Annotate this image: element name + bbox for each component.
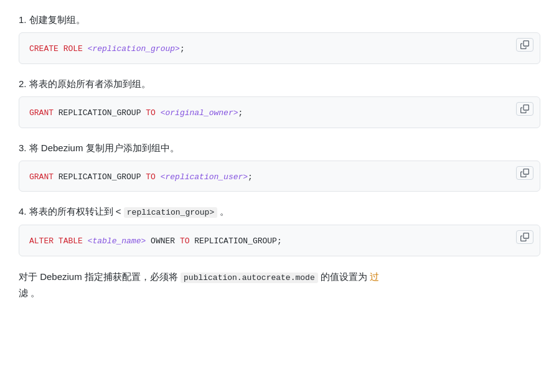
footer-text: 对于 Debezium 指定捕获配置，必须将 publication.autoc…: [19, 269, 540, 301]
copy-icon-1: [520, 40, 529, 49]
keyword-create: CREATE: [29, 44, 59, 54]
space-4b: [83, 236, 88, 246]
step-3-code-block: GRANT REPLICATION_GROUP TO <replication_…: [19, 161, 540, 192]
keyword-to-3: TO: [146, 172, 156, 182]
keyword-grant-2: GRANT: [29, 108, 54, 118]
step-4-code-block: ALTER TABLE <table_name> OWNER TO REPLIC…: [19, 225, 540, 256]
step-1-text: 创建复制组。: [29, 14, 85, 25]
var-original-owner: <original_owner>: [161, 108, 238, 118]
step-2-code: GRANT REPLICATION_GROUP TO <original_own…: [29, 108, 243, 118]
footer-suffix: 滤 。: [19, 287, 40, 298]
step-4-text-suffix: 。: [217, 206, 229, 217]
space-3b: [156, 172, 161, 182]
var-table-name: <table_name>: [88, 236, 146, 246]
space: [59, 44, 63, 54]
step-4: 4. 将表的所有权转让到 < replication_group> 。 ALTE…: [19, 204, 540, 256]
step-2-text: 将表的原始所有者添加到组。: [29, 78, 151, 89]
var-replication-group: <replication_group>: [88, 44, 180, 54]
step-2-code-block: GRANT REPLICATION_GROUP TO <original_own…: [19, 96, 540, 128]
copy-icon-4: [520, 233, 529, 241]
step-3-number: 3.: [19, 142, 29, 153]
step-4-code: ALTER TABLE <table_name> OWNER TO REPLIC…: [29, 236, 282, 246]
step-4-text-prefix: 将表的所有权转让到 <: [29, 206, 124, 217]
keyword-role: ROLE: [63, 44, 83, 54]
step-4-label: 4. 将表的所有权转让到 < replication_group> 。: [19, 204, 540, 220]
copy-button-1[interactable]: [516, 38, 533, 52]
step-3: 3. 将 Debezium 复制用户添加到组中。 GRANT REPLICATI…: [19, 141, 540, 192]
keyword-grant-3: GRANT: [29, 172, 54, 182]
copy-button-4[interactable]: [516, 230, 533, 244]
step-2-label: 2. 将表的原始所有者添加到组。: [19, 77, 540, 91]
footer-inline-code: publication.autocreate.mode: [181, 273, 318, 283]
keyword-to-2: TO: [146, 108, 156, 118]
semicolon: ;: [180, 44, 185, 54]
space2: [83, 44, 88, 54]
footer-orange: 过: [370, 271, 379, 282]
copy-icon-3: [520, 169, 529, 177]
space-4c: OWNER: [146, 236, 180, 246]
footer-prefix: 对于 Debezium 指定捕获配置，必须将: [19, 271, 181, 282]
step-3-code: GRANT REPLICATION_GROUP TO <replication_…: [29, 172, 253, 182]
keyword-table: TABLE: [59, 236, 83, 246]
space-3a: REPLICATION_GROUP: [54, 172, 146, 182]
copy-button-3[interactable]: [516, 166, 533, 180]
step-1-label: 1. 创建复制组。: [19, 12, 540, 27]
footer-middle: 的值设置为: [318, 271, 370, 282]
copy-button-2[interactable]: [516, 102, 533, 116]
step-2-number: 2.: [19, 78, 29, 89]
step-4-inline-code: replication_group>: [124, 207, 217, 218]
step-1-number: 1.: [19, 14, 29, 25]
space-4a: [54, 236, 59, 246]
semi-2: ;: [238, 108, 243, 118]
semi-3: ;: [248, 172, 253, 182]
step-1-code-block: CREATE ROLE <replication_group>;: [19, 32, 540, 64]
step-1: 1. 创建复制组。 CREATE ROLE <replication_group…: [19, 12, 540, 64]
space-4d: REPLICATION_GROUP;: [190, 236, 282, 246]
var-replication-user: <replication_user>: [161, 172, 248, 182]
step-3-text: 将 Debezium 复制用户添加到组中。: [29, 142, 179, 153]
step-3-label: 3. 将 Debezium 复制用户添加到组中。: [19, 141, 540, 156]
copy-icon-2: [520, 105, 529, 113]
step-4-number: 4.: [19, 206, 29, 217]
step-2: 2. 将表的原始所有者添加到组。 GRANT REPLICATION_GROUP…: [19, 77, 540, 128]
space-2a: REPLICATION_GROUP: [54, 108, 146, 118]
keyword-alter: ALTER: [29, 236, 54, 246]
keyword-to-4: TO: [180, 236, 190, 246]
space-2b: [156, 108, 161, 118]
step-1-code: CREATE ROLE <replication_group>;: [29, 44, 185, 54]
